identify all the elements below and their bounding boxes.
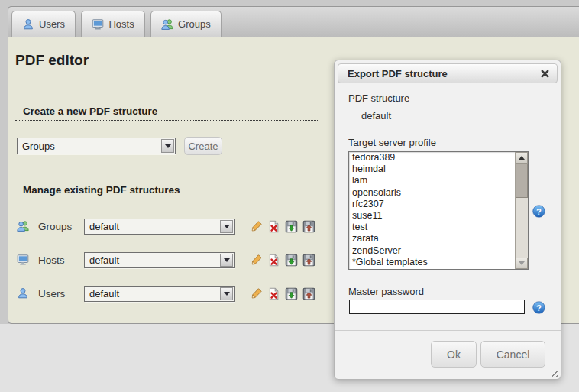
- ok-button[interactable]: Ok: [431, 341, 477, 368]
- profile-option[interactable]: rfc2307: [349, 199, 528, 210]
- edit-icon[interactable]: [250, 220, 263, 233]
- cancel-button[interactable]: Cancel: [480, 341, 545, 368]
- group-icon: [161, 18, 173, 31]
- edit-icon[interactable]: [250, 287, 263, 300]
- tab-label: Hosts: [108, 18, 134, 30]
- profile-option[interactable]: heimdal: [349, 164, 528, 175]
- chevron-down-icon[interactable]: [220, 220, 233, 233]
- help-icon[interactable]: [532, 301, 545, 314]
- export-pdf-dialog: Export PDF structure PDF structure defau…: [334, 60, 561, 380]
- export-icon[interactable]: [285, 254, 298, 267]
- profile-option[interactable]: opensolaris: [349, 187, 528, 199]
- user-icon: [22, 18, 34, 31]
- tab-bar: Users Hosts Groups: [8, 7, 579, 37]
- section-heading-manage: Manage existing PDF structures: [15, 184, 318, 199]
- import-icon[interactable]: [302, 220, 315, 233]
- export-icon[interactable]: [285, 220, 298, 233]
- tab-hosts[interactable]: Hosts: [81, 11, 144, 37]
- scroll-thumb[interactable]: [516, 164, 528, 198]
- profile-option[interactable]: suse11: [349, 210, 528, 222]
- delete-icon[interactable]: [267, 254, 280, 267]
- dialog-titlebar[interactable]: Export PDF structure: [338, 63, 558, 83]
- scroll-down-icon[interactable]: [516, 258, 528, 269]
- user-icon: [17, 287, 29, 300]
- select-value: default: [85, 221, 219, 232]
- profile-option[interactable]: zendServer: [349, 245, 528, 257]
- profile-listbox[interactable]: fedora389 heimdal lam opensolaris rfc230…: [348, 151, 529, 270]
- delete-icon[interactable]: [267, 287, 280, 300]
- pdf-structure-value: default: [361, 110, 391, 121]
- select-value: default: [85, 254, 219, 266]
- chevron-down-icon[interactable]: [220, 254, 233, 267]
- group-icon: [17, 220, 29, 232]
- select-value: default: [85, 288, 219, 300]
- master-password-input[interactable]: [349, 300, 525, 314]
- row-label: Users: [38, 288, 65, 300]
- host-icon: [92, 18, 104, 31]
- dialog-title: Export PDF structure: [348, 68, 448, 79]
- import-icon[interactable]: [302, 254, 315, 267]
- master-password-label: Master password: [348, 286, 424, 297]
- structure-select-users[interactable]: default: [84, 286, 235, 302]
- tab-users[interactable]: Users: [11, 11, 76, 37]
- delete-icon[interactable]: [267, 220, 280, 233]
- tab-label: Users: [39, 18, 65, 30]
- profile-option[interactable]: lam: [349, 175, 528, 186]
- profile-option[interactable]: fedora389: [349, 152, 528, 164]
- chevron-down-icon[interactable]: [161, 139, 174, 153]
- target-profile-label: Target server profile: [348, 137, 436, 148]
- listbox-scrollbar[interactable]: [515, 152, 528, 269]
- table-row: Users default: [0, 286, 328, 303]
- select-value: Groups: [18, 141, 160, 152]
- page-title: PDF editor: [15, 52, 89, 69]
- section-heading-create: Create a new PDF structure: [15, 105, 318, 121]
- structure-select-groups[interactable]: default: [84, 219, 235, 235]
- pdf-structure-label: PDF structure: [348, 92, 409, 104]
- table-row: Hosts default: [0, 252, 328, 269]
- resize-handle[interactable]: [548, 367, 558, 377]
- tab-groups[interactable]: Groups: [150, 11, 222, 37]
- import-icon[interactable]: [302, 287, 315, 300]
- tab-label: Groups: [178, 18, 211, 30]
- row-label: Groups: [38, 221, 72, 232]
- help-icon[interactable]: [532, 205, 545, 218]
- export-icon[interactable]: [285, 287, 298, 300]
- structure-select-hosts[interactable]: default: [84, 252, 235, 268]
- row-label: Hosts: [38, 254, 65, 266]
- create-button[interactable]: Create: [184, 137, 222, 155]
- chevron-down-icon[interactable]: [220, 287, 233, 300]
- scroll-up-icon[interactable]: [516, 152, 528, 164]
- host-icon: [17, 254, 29, 266]
- table-row: Groups default: [0, 219, 328, 235]
- close-icon[interactable]: [540, 69, 550, 79]
- dialog-footer: Ok Cancel: [335, 330, 561, 379]
- profile-option[interactable]: zarafa: [349, 233, 528, 245]
- profile-option[interactable]: test: [349, 222, 528, 233]
- profile-option[interactable]: *Global templates: [349, 257, 528, 268]
- create-type-select[interactable]: Groups: [17, 138, 176, 154]
- edit-icon[interactable]: [250, 254, 263, 267]
